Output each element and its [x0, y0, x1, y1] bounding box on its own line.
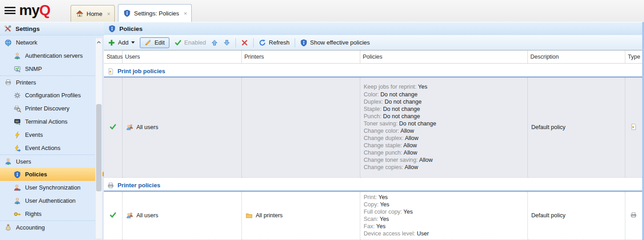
column-header-policies[interactable]: Policies — [360, 50, 527, 63]
edit-button[interactable]: Edit — [140, 37, 169, 48]
sidebar-item-network[interactable]: Network — [0, 36, 97, 49]
menu-icon[interactable] — [5, 7, 15, 15]
section-print-job-policies: Print job policies — [104, 63, 642, 77]
sidebar-item-printers[interactable]: Printers — [0, 75, 97, 89]
chevron-up-icon — [96, 39, 102, 45]
policy-line: Duplex: Do not change — [364, 98, 524, 105]
panel-header: Policies — [104, 22, 642, 35]
users-cell: All users — [122, 77, 241, 177]
show-effective-policies-button[interactable]: Show effective policies — [300, 39, 370, 46]
sidebar-item-users[interactable]: Users — [0, 155, 97, 168]
sidebar-item-rights[interactable]: Rights — [0, 207, 97, 220]
column-header-description[interactable]: Description — [527, 50, 625, 63]
users-cell: All users — [122, 191, 241, 240]
toolbar-separator — [235, 38, 236, 47]
sidebar-item-label: Printers — [16, 79, 36, 86]
folder-icon — [245, 212, 253, 219]
policy-line: Toner saving: Do not change — [364, 120, 524, 127]
section-title-label: Printer policies — [118, 182, 160, 189]
enabled-button[interactable]: Enabled — [174, 39, 206, 46]
logo-text-q: Q — [39, 2, 50, 18]
column-header-status[interactable]: Status — [104, 50, 122, 63]
description-cell: Default policy — [527, 77, 625, 177]
policy-line: Fax: Yes — [364, 223, 524, 230]
sidebar-item-configuration-profiles[interactable]: Configuration Profiles — [0, 89, 97, 102]
scroll-up-button[interactable] — [96, 39, 102, 45]
add-button-label: Add — [118, 39, 128, 46]
user-icon — [5, 158, 12, 165]
shield-icon — [123, 10, 131, 17]
sidebar-item-events[interactable]: Events — [0, 128, 97, 141]
sidebar-item-authentication-servers[interactable]: Authentication servers — [0, 49, 97, 62]
tools-icon — [4, 25, 11, 32]
column-header-type[interactable]: Type — [625, 50, 642, 63]
column-header-users[interactable]: Users — [122, 50, 241, 63]
section-title-printer-policies[interactable]: Printer policies — [107, 182, 642, 189]
printers-value: All printers — [256, 212, 283, 219]
myq-logo: myQ — [19, 2, 50, 19]
policy-line: Change staple: Allow — [364, 142, 524, 149]
policy-line: Keep jobs for reprint: Yes — [364, 83, 524, 90]
sidebar-item-terminal-actions[interactable]: Terminal Actions — [0, 115, 97, 128]
close-icon[interactable]: × — [184, 10, 187, 17]
check-icon — [174, 39, 182, 46]
sidebar-item-event-actions[interactable]: Event Actions — [0, 141, 97, 155]
user-auth-icon — [14, 197, 21, 205]
sidebar-item-user-synchronization[interactable]: User Synchronization — [0, 181, 97, 194]
policy-line: Staple: Do not change — [364, 105, 524, 113]
tab-home[interactable]: Home × — [71, 5, 115, 22]
sidebar-item-accounting[interactable]: Accounting — [0, 220, 97, 234]
sidebar-item-label: Users — [16, 158, 31, 165]
scrollbar-thumb[interactable] — [96, 104, 102, 191]
move-up-button[interactable] — [211, 39, 218, 46]
policy-line: Punch: Do not change — [364, 113, 524, 120]
sidebar-item-user-authentication[interactable]: User Authentication — [0, 194, 97, 207]
user-sync-icon — [14, 184, 21, 191]
policy-line: Full color copy: Yes — [364, 208, 524, 215]
section-printer-policies: Printer policies — [104, 177, 642, 191]
arrow-down-icon — [223, 39, 230, 46]
close-icon[interactable]: × — [107, 10, 111, 17]
add-button[interactable]: Add — [108, 39, 135, 46]
move-down-button[interactable] — [223, 39, 230, 46]
sidebar-scrollbar[interactable] — [95, 38, 102, 239]
users-group-icon — [126, 212, 133, 219]
sidebar-header: Settings — [0, 22, 104, 35]
sidebar-item-label: Rights — [25, 210, 41, 217]
policies-cell: Print: Yes Copy: Yes Full color copy: Ye… — [360, 191, 527, 240]
sidebar-item-label: SNMP — [25, 65, 42, 72]
toolbar: Add Edit Enabled Refresh Show effec — [104, 35, 642, 50]
tab-settings-policies[interactable]: Settings: Policies × — [118, 4, 192, 22]
home-icon — [76, 10, 83, 17]
status-enabled-icon — [109, 211, 117, 219]
section-title-label: Print job policies — [118, 68, 165, 75]
sidebar-item-label: Network — [16, 39, 37, 46]
policy-line: Color: Do not change — [364, 91, 524, 98]
lightning-icon — [14, 131, 21, 139]
delete-x-icon — [241, 39, 248, 46]
policy-row-printer-default[interactable]: All users All printers Print: Yes Copy: … — [104, 191, 642, 240]
policy-row-print-job-default[interactable]: All users Keep jobs for reprint: Yes Col… — [104, 77, 642, 177]
section-title-print-job-policies[interactable]: Print job policies — [107, 68, 642, 75]
print-job-icon — [630, 123, 637, 130]
policy-line: Change color: Allow — [364, 127, 524, 135]
column-header-printers[interactable]: Printers — [241, 50, 360, 63]
policy-line: Scan: Yes — [364, 215, 524, 223]
delete-button[interactable] — [241, 39, 248, 46]
print-job-icon — [107, 68, 114, 75]
sidebar-item-printer-discovery[interactable]: Printer Discovery — [0, 102, 97, 115]
sidebar-item-label: Events — [25, 131, 43, 138]
terminal-icon — [14, 118, 21, 125]
sidebar-item-snmp[interactable]: SNMP — [0, 62, 97, 75]
shield-icon — [14, 171, 21, 178]
shield-icon — [300, 39, 307, 46]
show-effective-policies-label: Show effective policies — [310, 39, 370, 46]
sidebar-item-policies[interactable]: Policies — [0, 168, 97, 181]
refresh-button[interactable]: Refresh — [259, 39, 290, 46]
policies-panel: Policies Add Edit Enabled Refresh — [104, 22, 644, 240]
monitor-icon — [14, 65, 21, 73]
panel-title: Policies — [119, 25, 143, 32]
settings-sidebar: Settings Network Authentication servers … — [0, 22, 104, 240]
sidebar-item-label: Authentication servers — [25, 52, 83, 59]
status-cell — [104, 191, 122, 240]
